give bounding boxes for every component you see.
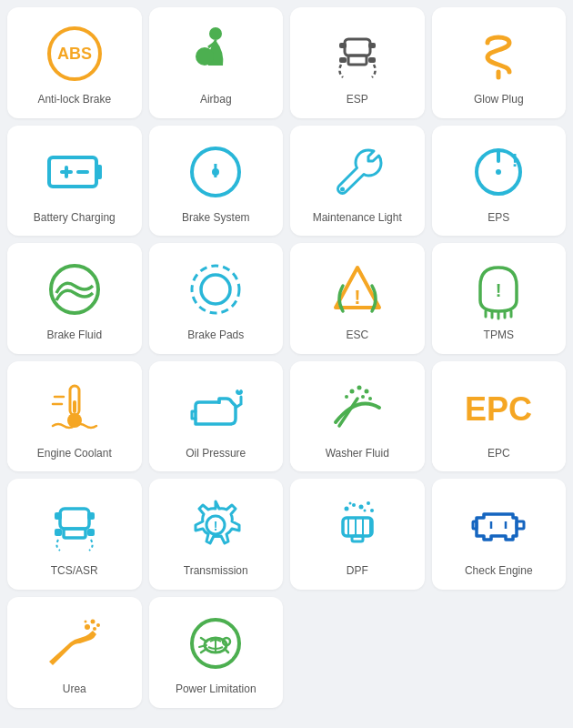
card-transmission[interactable]: ! Transmission [149,479,284,590]
svg-rect-46 [60,509,89,529]
svg-rect-9 [368,57,376,63]
transmission-icon: ! [184,493,247,557]
card-airbag[interactable]: Airbag [149,7,284,118]
card-eps[interactable]: ! EPS [432,126,567,237]
svg-point-74 [96,623,100,627]
svg-text:!: ! [213,159,219,182]
card-dpf[interactable]: DPF [290,479,425,590]
transmission-label: Transmission [184,564,248,579]
svg-rect-8 [339,57,347,63]
glow-plug-icon [467,22,530,86]
dpf-label: DPF [347,564,368,579]
svg-point-41 [364,389,368,393]
anti-lock-brake-label: Anti-lock Brake [37,93,111,107]
svg-point-21 [496,169,501,175]
eps-icon: ! [467,140,530,204]
svg-point-3 [196,47,214,66]
svg-text:!: ! [512,150,518,170]
esp-icon [326,22,389,86]
card-esp[interactable]: ESP [290,7,425,118]
svg-point-59 [344,507,348,511]
card-washer-fluid[interactable]: Washer Fluid [290,361,425,472]
maintenance-light-label: Maintenance Light [313,211,402,226]
urea-icon [43,612,106,675]
svg-point-73 [90,619,95,623]
svg-text:!: ! [496,280,502,300]
card-epc[interactable]: EPC EPC [432,361,567,472]
svg-rect-66 [352,536,363,541]
svg-point-2 [209,27,222,40]
svg-text:!: ! [354,286,360,308]
check-engine-label: Check Engine [465,564,533,579]
svg-rect-50 [55,529,62,536]
svg-point-62 [367,501,370,505]
glow-plug-label: Glow Plug [474,93,524,107]
power-limitation-label: Power Limitation [176,682,256,697]
epc-icon: EPC [467,376,530,440]
brake-fluid-label: Brake Fluid [46,329,102,343]
battery-charging-icon [43,140,106,204]
engine-coolant-label: Engine Coolant [37,447,112,461]
battery-charging-label: Battery Charging [34,211,116,226]
svg-text:EPC: EPC [465,390,532,428]
urea-label: Urea [63,682,86,697]
esp-label: ESP [347,93,368,107]
svg-point-39 [349,389,354,393]
card-anti-lock-brake[interactable]: ABS Anti-lock Brake [7,7,142,118]
svg-point-25 [201,275,230,304]
brake-system-icon: ! [184,140,247,204]
card-tcs-asr[interactable]: TCS/ASR [7,479,142,590]
svg-rect-4 [345,39,370,56]
brake-fluid-icon [43,258,106,321]
card-urea[interactable]: Urea [7,597,142,708]
svg-rect-67 [517,521,524,529]
svg-rect-54 [343,518,372,536]
brake-pads-icon [184,258,247,321]
svg-point-72 [93,627,96,631]
card-engine-coolant[interactable]: Engine Coolant [7,361,142,472]
svg-rect-47 [64,529,85,538]
svg-point-60 [352,503,356,507]
card-check-engine[interactable]: Check Engine [432,479,567,590]
svg-text:!: ! [214,519,218,533]
svg-point-40 [357,385,361,389]
tcs-asr-icon [43,493,106,557]
card-glow-plug[interactable]: Glow Plug [432,7,567,118]
eps-label: EPS [488,211,509,226]
oil-pressure-label: Oil Pressure [186,447,246,461]
svg-rect-11 [96,165,102,179]
card-esc[interactable]: ! ESC [290,243,425,354]
svg-line-82 [225,649,228,652]
brake-pads-label: Brake Pads [187,329,244,343]
svg-rect-51 [87,529,95,536]
svg-point-61 [358,505,363,510]
svg-point-44 [368,397,372,400]
card-brake-pads[interactable]: Brake Pads [149,243,284,354]
card-power-limitation[interactable]: Power Limitation [149,597,284,708]
brake-system-label: Brake System [182,211,250,226]
svg-line-80 [201,638,206,642]
svg-point-24 [192,266,239,313]
svg-line-81 [201,649,206,652]
anti-lock-brake-icon: ABS [43,22,106,86]
card-maintenance-light[interactable]: Maintenance Light [290,126,425,237]
power-limitation-icon [184,612,247,675]
svg-rect-7 [368,43,376,48]
card-oil-pressure[interactable]: Oil Pressure [149,361,284,472]
svg-point-43 [361,395,365,399]
tcs-asr-label: TCS/ASR [51,564,98,579]
washer-fluid-icon [326,376,389,440]
svg-rect-49 [87,512,95,520]
card-brake-fluid[interactable]: Brake Fluid [7,243,142,354]
svg-rect-5 [348,56,367,65]
card-tpms[interactable]: ! TPMS [432,243,567,354]
card-brake-system[interactable]: ! Brake System [149,126,284,237]
svg-point-64 [363,510,366,512]
airbag-label: Airbag [200,93,232,107]
svg-text:ABS: ABS [57,45,92,63]
card-battery-charging[interactable]: Battery Charging [7,126,142,237]
svg-point-42 [345,395,348,399]
check-engine-icon [467,493,530,557]
tpms-label: TPMS [484,329,514,343]
svg-rect-6 [339,43,347,48]
